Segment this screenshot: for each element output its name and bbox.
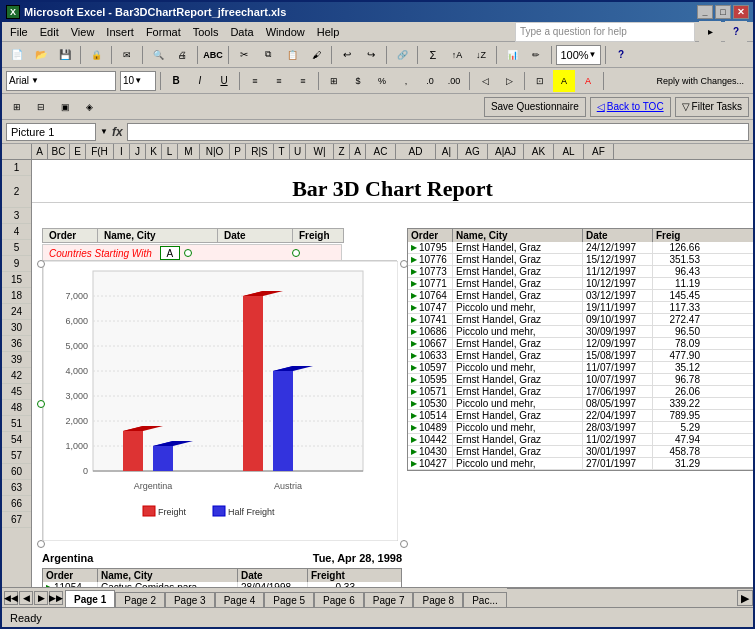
row-num-54[interactable]: 54: [2, 432, 31, 448]
menu-help[interactable]: Help: [311, 24, 346, 40]
back-to-toc-button[interactable]: ◁ Back to TOC: [590, 97, 671, 117]
sheet-tab-more[interactable]: Pac...: [463, 592, 507, 608]
sheet-tab-page6[interactable]: Page 6: [314, 592, 364, 608]
col-header-FH[interactable]: F(H: [86, 144, 114, 159]
help2-button[interactable]: ?: [610, 44, 632, 66]
currency-button[interactable]: $: [347, 70, 369, 92]
undo-button[interactable]: ↩: [336, 44, 358, 66]
row-num-57[interactable]: 57: [2, 448, 31, 464]
handle-tr[interactable]: [400, 260, 408, 268]
row-num-67[interactable]: 67: [2, 512, 31, 528]
sheet-tab-page3[interactable]: Page 3: [165, 592, 215, 608]
redo-button[interactable]: ↪: [360, 44, 382, 66]
col-header-E[interactable]: E: [70, 144, 86, 159]
handle-br[interactable]: [400, 540, 408, 548]
filter-tasks-button[interactable]: ▽ Filter Tasks: [675, 97, 749, 117]
row-num-1[interactable]: 1: [2, 160, 31, 176]
filter-radio-end[interactable]: [292, 249, 300, 257]
comma-button[interactable]: ,: [395, 70, 417, 92]
row-num-5[interactable]: 5: [2, 240, 31, 256]
sheet-tab-page7[interactable]: Page 7: [364, 592, 414, 608]
menu-window[interactable]: Window: [260, 24, 311, 40]
chart-button[interactable]: 📊: [501, 44, 523, 66]
sheet-tab-page8[interactable]: Page 8: [413, 592, 463, 608]
align-right-button[interactable]: ≡: [292, 70, 314, 92]
menu-view[interactable]: View: [65, 24, 101, 40]
row-num-39[interactable]: 39: [2, 352, 31, 368]
row-num-9[interactable]: 9: [2, 256, 31, 272]
sheet-tab-page4[interactable]: Page 4: [215, 592, 265, 608]
custom-btn1[interactable]: ⊞: [6, 96, 28, 118]
font-color-button[interactable]: A: [577, 70, 599, 92]
save-button[interactable]: 💾: [54, 44, 76, 66]
fill-color-button[interactable]: A: [553, 70, 575, 92]
underline-button[interactable]: U: [213, 70, 235, 92]
print-preview-button[interactable]: 🔍: [147, 44, 169, 66]
zoom-arrow[interactable]: ▼: [589, 50, 597, 59]
col-header-A[interactable]: A: [32, 144, 48, 159]
col-header-A3[interactable]: A|: [436, 144, 458, 159]
menu-insert[interactable]: Insert: [100, 24, 140, 40]
col-header-U[interactable]: U: [290, 144, 306, 159]
row-num-3[interactable]: 3: [2, 208, 31, 224]
merge-button[interactable]: ⊞: [323, 70, 345, 92]
col-header-RS[interactable]: R|S: [246, 144, 274, 159]
align-left-button[interactable]: ≡: [244, 70, 266, 92]
row-num-18[interactable]: 18: [2, 288, 31, 304]
col-header-I[interactable]: I: [114, 144, 130, 159]
tab-nav-prev[interactable]: ◀: [19, 591, 33, 605]
hyperlink-button[interactable]: 🔗: [391, 44, 413, 66]
sheet-tab-page2[interactable]: Page 2: [115, 592, 165, 608]
format-painter-button[interactable]: 🖌: [305, 44, 327, 66]
col-header-AAJ[interactable]: A|AJ: [488, 144, 524, 159]
increase-decimal-button[interactable]: .0: [419, 70, 441, 92]
name-box-dropdown-arrow[interactable]: ▼: [100, 127, 108, 136]
menu-data[interactable]: Data: [224, 24, 259, 40]
col-header-A2[interactable]: A: [350, 144, 366, 159]
font-family-dropdown[interactable]: Arial ▼: [6, 71, 116, 91]
percent-button[interactable]: %: [371, 70, 393, 92]
font-size-arrow[interactable]: ▼: [134, 76, 142, 85]
paste-button[interactable]: 📋: [281, 44, 303, 66]
font-size-dropdown[interactable]: 10 ▼: [120, 71, 156, 91]
tab-nav-next[interactable]: ▶: [34, 591, 48, 605]
formula-input[interactable]: [127, 123, 749, 141]
row-num-42[interactable]: 42: [2, 368, 31, 384]
col-header-AK[interactable]: AK: [524, 144, 554, 159]
name-box[interactable]: Picture 1: [6, 123, 96, 141]
font-family-arrow[interactable]: ▼: [31, 76, 39, 85]
filter-radio-start[interactable]: [184, 249, 192, 257]
row-num-36[interactable]: 36: [2, 336, 31, 352]
col-header-T[interactable]: T: [274, 144, 290, 159]
help-icon[interactable]: ?: [725, 21, 747, 43]
col-header-W[interactable]: W|: [306, 144, 334, 159]
col-header-P[interactable]: P: [230, 144, 246, 159]
help-search-box[interactable]: Type a question for help: [515, 22, 695, 42]
save-questionnaire-button[interactable]: Save Questionnaire: [484, 97, 586, 117]
row-num-63[interactable]: 63: [2, 480, 31, 496]
col-header-AD[interactable]: AD: [396, 144, 436, 159]
custom-btn4[interactable]: ◈: [78, 96, 100, 118]
tab-nav-last[interactable]: ▶▶: [49, 591, 63, 605]
filter-input[interactable]: A: [160, 246, 180, 260]
italic-button[interactable]: I: [189, 70, 211, 92]
col-header-AG[interactable]: AG: [458, 144, 488, 159]
decrease-decimal-button[interactable]: .00: [443, 70, 465, 92]
spell-button[interactable]: ABC: [202, 44, 224, 66]
increase-indent-button[interactable]: ▷: [498, 70, 520, 92]
row-num-51[interactable]: 51: [2, 416, 31, 432]
row-num-66[interactable]: 66: [2, 496, 31, 512]
h-scrollbar[interactable]: ▶: [507, 588, 753, 607]
close-button[interactable]: ✕: [733, 5, 749, 19]
bold-button[interactable]: B: [165, 70, 187, 92]
tab-nav-first[interactable]: ◀◀: [4, 591, 18, 605]
sort-asc-button[interactable]: ↑A: [446, 44, 468, 66]
email-button[interactable]: ✉: [116, 44, 138, 66]
autosum-button[interactable]: Σ: [422, 44, 444, 66]
col-header-NO[interactable]: N|O: [200, 144, 230, 159]
border-button[interactable]: ⊡: [529, 70, 551, 92]
drawing-button[interactable]: ✏: [525, 44, 547, 66]
handle-tl[interactable]: [37, 260, 45, 268]
sheet-tab-page1[interactable]: Page 1: [65, 590, 115, 608]
handle-bl[interactable]: [37, 540, 45, 548]
